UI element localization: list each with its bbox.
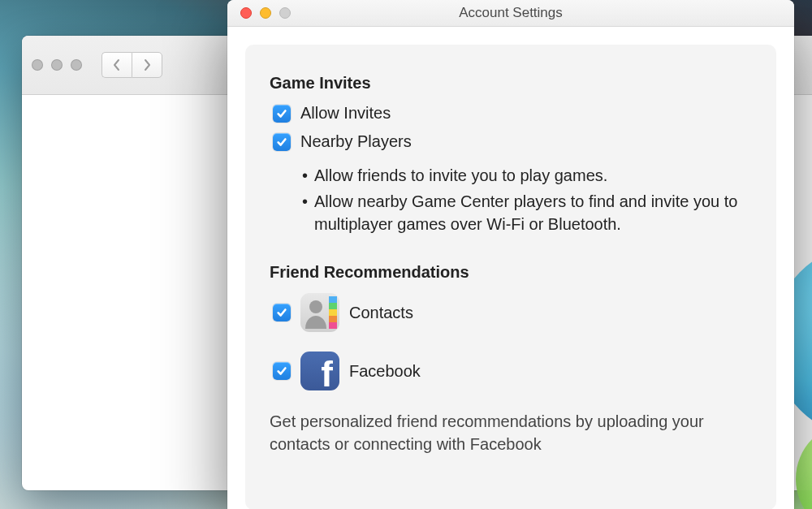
invites-bullet-1: Allow friends to invite you to play game… [314,164,607,187]
chevron-right-icon [142,58,152,71]
facebook-f-icon: f [321,356,333,392]
bullet-icon: • [302,164,308,187]
invites-description-list: • Allow friends to invite you to play ga… [302,164,752,235]
nearby-players-label: Nearby Players [300,132,412,151]
minimize-icon[interactable] [51,59,63,71]
nav-back-button[interactable] [102,52,132,78]
svg-point-0 [309,300,322,313]
allow-invites-label: Allow Invites [300,104,391,123]
facebook-option[interactable]: f Facebook [273,352,752,390]
close-button[interactable] [240,7,252,19]
traffic-lights-inactive [32,59,82,71]
bullet-icon: • [302,190,308,235]
game-invites-heading: Game Invites [270,74,752,93]
nav-segmented-control [102,52,162,78]
list-item: • Allow nearby Game Center players to fi… [302,190,752,235]
facebook-app-icon: f [300,352,339,390]
window-title: Account Settings [227,5,794,21]
checkbox-checked-icon[interactable] [273,133,291,151]
person-silhouette-icon [304,298,328,329]
list-item: • Allow friends to invite you to play ga… [302,164,752,187]
traffic-lights [240,7,291,19]
friend-recommendations-hint: Get personalized friend recommendations … [270,410,752,455]
allow-invites-option[interactable]: Allow Invites [273,104,752,123]
contacts-tabs-icon [329,296,337,329]
contacts-label: Contacts [349,304,413,322]
checkbox-checked-icon[interactable] [273,105,291,123]
contacts-option[interactable]: Contacts [273,293,752,332]
bubble-green-icon [796,422,812,509]
contacts-app-icon [300,293,339,332]
close-icon[interactable] [32,59,43,71]
checkbox-checked-icon[interactable] [273,362,291,380]
settings-panel: Game Invites Allow Invites Nearby Player… [245,45,776,509]
facebook-label: Facebook [349,362,421,381]
titlebar: Account Settings [227,0,794,27]
account-settings-window: Account Settings Game Invites Allow Invi… [227,0,794,509]
zoom-button-disabled [279,7,291,19]
chevron-left-icon [112,58,122,71]
sheet-body: Game Invites Allow Invites Nearby Player… [227,27,794,509]
nearby-players-option[interactable]: Nearby Players [273,132,752,151]
invites-bullet-2: Allow nearby Game Center players to find… [314,190,752,235]
zoom-icon[interactable] [71,59,82,71]
checkbox-checked-icon[interactable] [273,304,291,321]
minimize-button[interactable] [260,7,271,19]
friend-recommendations-heading: Friend Recommendations [270,263,752,282]
nav-forward-button[interactable] [132,52,162,78]
